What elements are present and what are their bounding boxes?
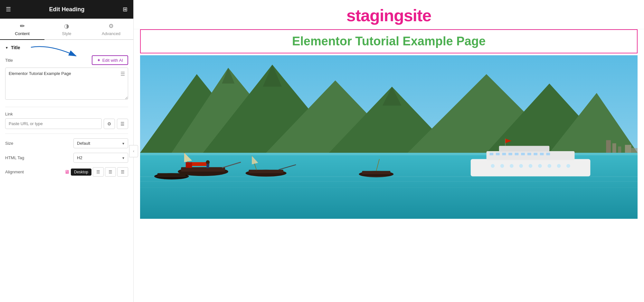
desktop-device-icon[interactable]: 🖥 (64, 169, 70, 175)
panel-title: Edit Heading (49, 6, 84, 13)
link-dynamic-button[interactable]: ☰ (117, 119, 128, 129)
tab-content[interactable]: ✏ Content (0, 19, 44, 39)
svg-rect-61 (606, 140, 611, 153)
svg-point-45 (519, 164, 523, 168)
alignment-row: Alignment 🖥 Desktop ☰ ☰ ☰ (5, 167, 128, 177)
gear-icon: ⚙ (109, 23, 114, 30)
svg-rect-63 (618, 146, 621, 153)
svg-rect-41 (546, 153, 550, 155)
svg-rect-37 (521, 153, 525, 155)
main-preview: stagingsite Elementor Tutorial Example P… (134, 0, 644, 302)
svg-rect-25 (249, 170, 283, 173)
svg-point-50 (566, 164, 570, 168)
tab-bar: ✏ Content ◑ Style ⚙ Advanced (0, 19, 133, 40)
link-section: Link ⚙ ☰ (5, 112, 128, 129)
section-title-label: Title (11, 45, 20, 50)
svg-rect-35 (508, 153, 512, 155)
link-input-row: ⚙ ☰ (5, 118, 128, 129)
grid-icon[interactable]: ⊞ (123, 6, 128, 13)
svg-point-49 (557, 164, 561, 168)
link-settings-button[interactable]: ⚙ (104, 119, 115, 129)
sidebar-header: ☰ Edit Heading ⊞ (0, 0, 133, 19)
html-tag-label: HTML Tag (5, 155, 24, 160)
svg-rect-54 (362, 171, 390, 174)
svg-rect-40 (540, 153, 544, 155)
svg-rect-16 (181, 167, 225, 172)
link-label: Link (5, 112, 128, 116)
link-input[interactable] (5, 118, 102, 129)
align-center-button[interactable]: ☰ (105, 167, 116, 177)
hero-image-container (140, 53, 638, 221)
tab-style-label: Style (62, 31, 71, 36)
svg-rect-30 (487, 151, 575, 160)
title-textarea-wrapper: Elementor Tutorial Example Page ☰ (5, 68, 128, 101)
svg-rect-38 (527, 153, 531, 155)
svg-rect-65 (631, 148, 638, 153)
tab-content-label: Content (15, 31, 30, 36)
svg-point-48 (547, 164, 551, 168)
title-label: Title (5, 58, 13, 63)
svg-rect-34 (502, 153, 506, 155)
svg-rect-32 (489, 153, 493, 155)
svg-point-46 (529, 164, 533, 168)
sidebar-collapse-button[interactable]: ‹ (129, 145, 138, 157)
svg-rect-57 (140, 181, 638, 182)
svg-rect-23 (157, 173, 186, 176)
hero-image (140, 53, 638, 221)
size-label: Size (5, 141, 13, 146)
svg-rect-33 (496, 153, 500, 155)
divider-2 (5, 133, 128, 134)
tab-style[interactable]: ◑ Style (44, 19, 89, 39)
title-field-row: Title ✦ Edit with AI (5, 55, 128, 65)
dynamic-icon[interactable]: ☰ (120, 71, 125, 77)
align-right-button[interactable]: ☰ (117, 167, 128, 177)
collapse-chevron-icon: ‹ (133, 149, 134, 153)
tab-advanced-label: Advanced (102, 31, 120, 36)
divider-1 (5, 107, 128, 107)
edit-with-ai-button[interactable]: ✦ Edit with AI (92, 55, 128, 65)
svg-rect-58 (140, 187, 638, 188)
section-title-header[interactable]: ▼ Title (5, 45, 128, 50)
svg-point-42 (491, 164, 495, 168)
html-tag-row: HTML Tag H1 H2 H3 H4 H5 H6 div span p (5, 153, 128, 163)
svg-point-59 (206, 160, 210, 164)
svg-rect-39 (534, 153, 537, 155)
svg-rect-56 (140, 176, 638, 177)
tab-advanced[interactable]: ⚙ Advanced (89, 19, 133, 39)
svg-rect-62 (612, 143, 616, 153)
svg-rect-64 (625, 145, 631, 152)
size-row: Size Default Small Medium Large XL XXL (5, 138, 128, 148)
html-tag-select-wrapper: H1 H2 H3 H4 H5 H6 div span p (73, 153, 128, 163)
panel-content: ▼ Title Title ✦ Edit with AI (0, 40, 133, 302)
svg-rect-60 (206, 164, 209, 168)
hamburger-icon[interactable]: ☰ (6, 6, 11, 13)
size-select-wrapper: Default Small Medium Large XL XXL (73, 138, 128, 148)
alignment-controls: 🖥 Desktop ☰ ☰ ☰ (64, 167, 128, 177)
svg-rect-21 (186, 162, 192, 168)
svg-point-44 (510, 164, 514, 168)
title-textarea[interactable]: Elementor Tutorial Example Page (5, 68, 128, 100)
html-tag-select[interactable]: H1 H2 H3 H4 H5 H6 div span p (73, 153, 128, 163)
svg-rect-36 (515, 153, 519, 155)
edit-ai-label: Edit with AI (102, 58, 123, 63)
page-heading-banner: Elementor Tutorial Example Page (140, 29, 638, 53)
svg-rect-31 (499, 146, 549, 151)
site-header: stagingsite (134, 0, 644, 29)
sparkle-icon: ✦ (97, 58, 101, 63)
svg-point-43 (500, 164, 504, 168)
site-title: stagingsite (346, 6, 431, 25)
size-select[interactable]: Default Small Medium Large XL XXL (73, 138, 128, 148)
device-badge[interactable]: Desktop (71, 169, 91, 176)
svg-point-47 (538, 164, 542, 168)
sidebar: ☰ Edit Heading ⊞ ✏ Content ◑ Style ⚙ Adv… (0, 0, 134, 302)
style-icon: ◑ (64, 23, 69, 30)
collapse-arrow-icon: ▼ (5, 46, 8, 50)
page-heading-text: Elementor Tutorial Example Page (292, 34, 486, 48)
edit-icon: ✏ (20, 23, 25, 30)
alignment-label: Alignment (5, 169, 24, 174)
align-left-button[interactable]: ☰ (93, 167, 104, 177)
